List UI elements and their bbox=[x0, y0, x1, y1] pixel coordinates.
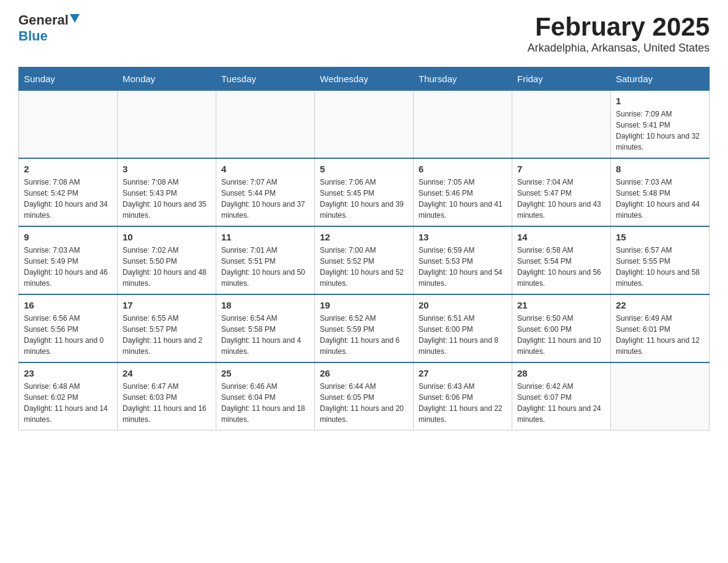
day-info: Sunrise: 6:42 AMSunset: 6:07 PMDaylight:… bbox=[517, 381, 605, 425]
day-info: Sunrise: 7:08 AMSunset: 5:42 PMDaylight:… bbox=[24, 177, 112, 221]
table-row: 11Sunrise: 7:01 AMSunset: 5:51 PMDayligh… bbox=[216, 226, 315, 294]
table-row: 15Sunrise: 6:57 AMSunset: 5:55 PMDayligh… bbox=[611, 226, 710, 294]
col-tuesday: Tuesday bbox=[216, 67, 315, 91]
day-number: 15 bbox=[616, 232, 704, 242]
col-sunday: Sunday bbox=[19, 67, 118, 91]
day-info: Sunrise: 6:48 AMSunset: 6:02 PMDaylight:… bbox=[24, 381, 112, 425]
calendar-week-row: 1Sunrise: 7:09 AMSunset: 5:41 PMDaylight… bbox=[19, 91, 710, 159]
table-row bbox=[118, 91, 216, 159]
day-info: Sunrise: 6:57 AMSunset: 5:55 PMDaylight:… bbox=[616, 245, 704, 289]
logo-general: General bbox=[18, 12, 69, 28]
table-row bbox=[512, 91, 611, 159]
table-row: 10Sunrise: 7:02 AMSunset: 5:50 PMDayligh… bbox=[118, 226, 216, 294]
col-wednesday: Wednesday bbox=[315, 67, 414, 91]
col-friday: Friday bbox=[512, 67, 611, 91]
day-number: 20 bbox=[419, 300, 507, 310]
title-section: February 2025 Arkadelphia, Arkansas, Uni… bbox=[528, 12, 710, 55]
day-info: Sunrise: 6:59 AMSunset: 5:53 PMDaylight:… bbox=[419, 245, 507, 289]
day-info: Sunrise: 7:03 AMSunset: 5:48 PMDaylight:… bbox=[616, 177, 704, 221]
day-info: Sunrise: 6:50 AMSunset: 6:00 PMDaylight:… bbox=[517, 313, 605, 357]
table-row: 2Sunrise: 7:08 AMSunset: 5:42 PMDaylight… bbox=[19, 158, 118, 226]
day-number: 1 bbox=[616, 96, 704, 106]
day-number: 16 bbox=[24, 300, 112, 310]
table-row: 27Sunrise: 6:43 AMSunset: 6:06 PMDayligh… bbox=[414, 362, 512, 431]
table-row bbox=[414, 91, 512, 159]
logo-triangle-icon bbox=[70, 14, 80, 24]
day-number: 18 bbox=[221, 300, 309, 310]
calendar-week-row: 9Sunrise: 7:03 AMSunset: 5:49 PMDaylight… bbox=[19, 226, 710, 294]
table-row: 7Sunrise: 7:04 AMSunset: 5:47 PMDaylight… bbox=[512, 158, 611, 226]
logo: General Blue bbox=[18, 12, 80, 44]
col-saturday: Saturday bbox=[611, 67, 710, 91]
calendar-week-row: 23Sunrise: 6:48 AMSunset: 6:02 PMDayligh… bbox=[19, 362, 710, 431]
table-row: 26Sunrise: 6:44 AMSunset: 6:05 PMDayligh… bbox=[315, 362, 414, 431]
day-number: 6 bbox=[419, 164, 507, 174]
table-row: 16Sunrise: 6:56 AMSunset: 5:56 PMDayligh… bbox=[19, 294, 118, 362]
day-number: 9 bbox=[24, 232, 112, 242]
day-number: 5 bbox=[320, 164, 408, 174]
day-info: Sunrise: 6:44 AMSunset: 6:05 PMDaylight:… bbox=[320, 381, 408, 425]
day-number: 14 bbox=[517, 232, 605, 242]
day-info: Sunrise: 7:02 AMSunset: 5:50 PMDaylight:… bbox=[123, 245, 211, 289]
svg-marker-0 bbox=[70, 14, 80, 23]
table-row: 21Sunrise: 6:50 AMSunset: 6:00 PMDayligh… bbox=[512, 294, 611, 362]
table-row: 20Sunrise: 6:51 AMSunset: 6:00 PMDayligh… bbox=[414, 294, 512, 362]
day-info: Sunrise: 7:08 AMSunset: 5:43 PMDaylight:… bbox=[123, 177, 211, 221]
page-header: General Blue February 2025 Arkadelphia, … bbox=[18, 12, 710, 55]
day-number: 28 bbox=[517, 368, 605, 378]
day-info: Sunrise: 7:09 AMSunset: 5:41 PMDaylight:… bbox=[616, 109, 704, 153]
day-number: 26 bbox=[320, 368, 408, 378]
table-row: 19Sunrise: 6:52 AMSunset: 5:59 PMDayligh… bbox=[315, 294, 414, 362]
day-info: Sunrise: 6:49 AMSunset: 6:01 PMDaylight:… bbox=[616, 313, 704, 357]
day-number: 2 bbox=[24, 164, 112, 174]
day-info: Sunrise: 7:01 AMSunset: 5:51 PMDaylight:… bbox=[221, 245, 309, 289]
day-info: Sunrise: 7:07 AMSunset: 5:44 PMDaylight:… bbox=[221, 177, 309, 221]
day-info: Sunrise: 6:54 AMSunset: 5:58 PMDaylight:… bbox=[221, 313, 309, 357]
table-row: 8Sunrise: 7:03 AMSunset: 5:48 PMDaylight… bbox=[611, 158, 710, 226]
day-info: Sunrise: 6:51 AMSunset: 6:00 PMDaylight:… bbox=[419, 313, 507, 357]
day-number: 17 bbox=[123, 300, 211, 310]
calendar-week-row: 2Sunrise: 7:08 AMSunset: 5:42 PMDaylight… bbox=[19, 158, 710, 226]
location-subtitle: Arkadelphia, Arkansas, United States bbox=[528, 42, 710, 55]
table-row: 1Sunrise: 7:09 AMSunset: 5:41 PMDaylight… bbox=[611, 91, 710, 159]
day-number: 19 bbox=[320, 300, 408, 310]
table-row: 12Sunrise: 7:00 AMSunset: 5:52 PMDayligh… bbox=[315, 226, 414, 294]
day-number: 10 bbox=[123, 232, 211, 242]
logo-blue: Blue bbox=[18, 28, 48, 44]
table-row: 6Sunrise: 7:05 AMSunset: 5:46 PMDaylight… bbox=[414, 158, 512, 226]
table-row: 25Sunrise: 6:46 AMSunset: 6:04 PMDayligh… bbox=[216, 362, 315, 431]
day-info: Sunrise: 6:56 AMSunset: 5:56 PMDaylight:… bbox=[24, 313, 112, 357]
day-number: 4 bbox=[221, 164, 309, 174]
day-info: Sunrise: 6:55 AMSunset: 5:57 PMDaylight:… bbox=[123, 313, 211, 357]
day-info: Sunrise: 7:04 AMSunset: 5:47 PMDaylight:… bbox=[517, 177, 605, 221]
day-info: Sunrise: 6:47 AMSunset: 6:03 PMDaylight:… bbox=[123, 381, 211, 425]
day-number: 12 bbox=[320, 232, 408, 242]
table-row: 22Sunrise: 6:49 AMSunset: 6:01 PMDayligh… bbox=[611, 294, 710, 362]
day-info: Sunrise: 6:46 AMSunset: 6:04 PMDaylight:… bbox=[221, 381, 309, 425]
day-number: 8 bbox=[616, 164, 704, 174]
calendar-header-row: Sunday Monday Tuesday Wednesday Thursday… bbox=[19, 67, 710, 91]
table-row bbox=[19, 91, 118, 159]
day-info: Sunrise: 6:58 AMSunset: 5:54 PMDaylight:… bbox=[517, 245, 605, 289]
day-info: Sunrise: 6:43 AMSunset: 6:06 PMDaylight:… bbox=[419, 381, 507, 425]
day-info: Sunrise: 7:03 AMSunset: 5:49 PMDaylight:… bbox=[24, 245, 112, 289]
month-title: February 2025 bbox=[528, 12, 710, 42]
calendar-week-row: 16Sunrise: 6:56 AMSunset: 5:56 PMDayligh… bbox=[19, 294, 710, 362]
table-row: 9Sunrise: 7:03 AMSunset: 5:49 PMDaylight… bbox=[19, 226, 118, 294]
table-row: 5Sunrise: 7:06 AMSunset: 5:45 PMDaylight… bbox=[315, 158, 414, 226]
table-row: 14Sunrise: 6:58 AMSunset: 5:54 PMDayligh… bbox=[512, 226, 611, 294]
day-number: 21 bbox=[517, 300, 605, 310]
col-monday: Monday bbox=[118, 67, 216, 91]
day-number: 23 bbox=[24, 368, 112, 378]
table-row: 3Sunrise: 7:08 AMSunset: 5:43 PMDaylight… bbox=[118, 158, 216, 226]
calendar-table: Sunday Monday Tuesday Wednesday Thursday… bbox=[18, 67, 710, 431]
table-row: 4Sunrise: 7:07 AMSunset: 5:44 PMDaylight… bbox=[216, 158, 315, 226]
table-row: 13Sunrise: 6:59 AMSunset: 5:53 PMDayligh… bbox=[414, 226, 512, 294]
day-number: 7 bbox=[517, 164, 605, 174]
day-number: 25 bbox=[221, 368, 309, 378]
day-number: 11 bbox=[221, 232, 309, 242]
col-thursday: Thursday bbox=[414, 67, 512, 91]
day-info: Sunrise: 7:06 AMSunset: 5:45 PMDaylight:… bbox=[320, 177, 408, 221]
table-row: 24Sunrise: 6:47 AMSunset: 6:03 PMDayligh… bbox=[118, 362, 216, 431]
table-row bbox=[611, 362, 710, 431]
